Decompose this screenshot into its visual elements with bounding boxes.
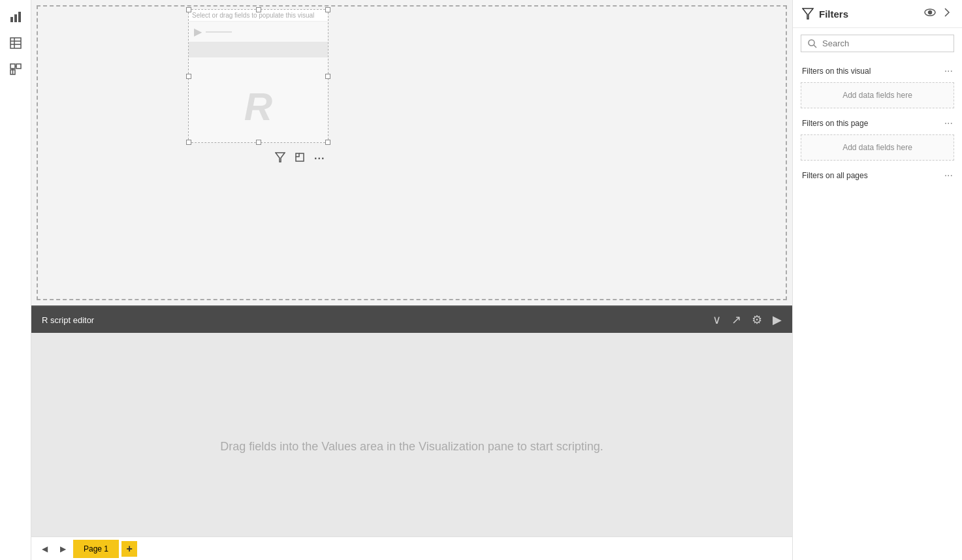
resize-handle-br[interactable] [325, 140, 330, 145]
svg-marker-12 [276, 153, 285, 162]
svg-rect-2 [18, 12, 21, 22]
main-area: Select or drag fields to populate this v… [31, 0, 792, 560]
r-editor-title: R script editor [42, 315, 94, 325]
resize-handle-tr[interactable] [325, 7, 330, 12]
r-editor-body: Drag fields into the Values area in the … [31, 333, 792, 560]
page-next-btn[interactable]: ▶ [55, 541, 71, 557]
filters-on-page-label: Filters on this page [802, 119, 868, 128]
r-visual-widget[interactable]: Select or drag fields to populate this v… [188, 9, 329, 143]
model-icon[interactable] [4, 57, 27, 81]
r-prompt-arrow: ▶ [194, 25, 202, 38]
more-options-icon[interactable]: ··· [312, 151, 327, 166]
svg-line-18 [814, 45, 816, 48]
r-editor-settings-icon[interactable]: ⚙ [752, 313, 762, 327]
resize-handle-mr[interactable] [325, 74, 330, 79]
svg-marker-14 [803, 8, 813, 19]
r-editor-panel: R script editor ∨ ↗ ⚙ ▶ Drag fields into… [31, 305, 792, 560]
r-editor-header: R script editor ∨ ↗ ⚙ ▶ [31, 307, 792, 333]
r-editor-placeholder: Drag fields into the Values area in the … [220, 440, 603, 454]
resize-handle-bm[interactable] [256, 140, 261, 145]
filters-on-all-more[interactable]: ··· [944, 170, 953, 181]
canvas-area: Select or drag fields to populate this v… [31, 0, 792, 305]
bar-chart-icon[interactable] [4, 5, 27, 29]
svg-point-17 [809, 40, 814, 46]
r-visual-body: ▶ R [189, 22, 328, 142]
filters-eye-icon[interactable] [924, 7, 936, 21]
page-prev-btn[interactable]: ◀ [37, 541, 52, 557]
svg-rect-7 [10, 64, 15, 69]
filters-title: Filters [819, 8, 848, 20]
svg-rect-8 [16, 64, 21, 69]
bottom-bar: ◀ ▶ Page 1 + [31, 537, 792, 560]
table-icon[interactable] [4, 31, 27, 55]
left-sidebar [0, 0, 31, 560]
resize-handle-tm[interactable] [256, 7, 261, 12]
filters-on-visual-section: Filters on this visual ··· [793, 59, 962, 80]
svg-point-16 [929, 11, 932, 14]
r-editor-header-icons: ∨ ↗ ⚙ ▶ [713, 313, 782, 327]
focus-mode-icon[interactable] [293, 150, 307, 166]
filters-on-all-section: Filters on all pages ··· [793, 163, 962, 184]
r-prompt: ▶ [189, 22, 237, 42]
filters-on-page-more[interactable]: ··· [944, 117, 953, 129]
resize-handle-ml[interactable] [186, 74, 191, 79]
filters-header-left: Filters [802, 8, 848, 20]
svg-rect-3 [10, 38, 21, 48]
r-letter: R [244, 84, 272, 129]
filters-search-box[interactable] [801, 35, 954, 52]
svg-rect-0 [10, 17, 13, 22]
filters-search-input[interactable] [822, 39, 947, 48]
r-editor-run-icon[interactable]: ▶ [773, 313, 782, 327]
filters-on-all-label: Filters on all pages [802, 171, 868, 180]
search-icon [808, 39, 817, 48]
filters-on-page-add[interactable]: Add data fields here [801, 134, 954, 161]
r-editor-collapse-icon[interactable]: ∨ [713, 313, 721, 327]
filters-on-page-section: Filters on this page ··· [793, 111, 962, 132]
filters-panel: Filters Filters on this visual ··· Add d… [792, 0, 962, 560]
r-prompt-line [206, 31, 232, 33]
filters-header: Filters [793, 0, 962, 28]
resize-handle-tl[interactable] [186, 7, 191, 12]
filters-on-visual-more[interactable]: ··· [944, 65, 953, 77]
r-editor-expand-icon[interactable]: ↗ [731, 313, 741, 327]
page-1-tab[interactable]: Page 1 [73, 540, 119, 558]
canvas-region: Select or drag fields to populate this v… [37, 5, 787, 300]
svg-rect-13 [296, 153, 299, 157]
filters-on-visual-add[interactable]: Add data fields here [801, 82, 954, 108]
filters-funnel-icon [802, 8, 814, 20]
filters-on-visual-label: Filters on this visual [802, 67, 871, 76]
svg-rect-1 [14, 14, 17, 22]
filters-header-icons [924, 7, 953, 21]
filters-chevron-right-icon[interactable] [941, 7, 953, 21]
add-page-button[interactable]: + [121, 541, 137, 557]
r-bottom-strip [189, 42, 328, 57]
visual-toolbar: ··· [273, 150, 327, 166]
resize-handle-bl[interactable] [186, 140, 191, 145]
filter-visual-icon[interactable] [273, 150, 287, 166]
